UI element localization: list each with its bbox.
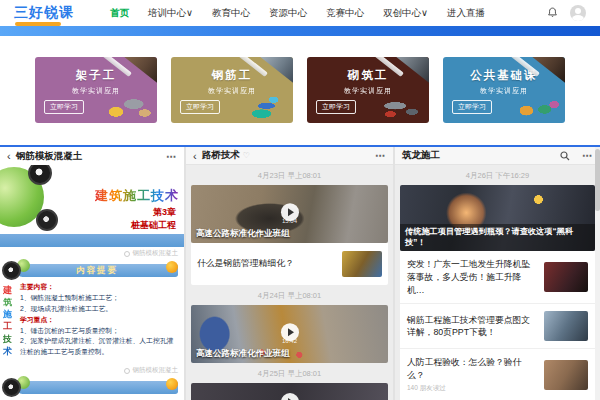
article-list: 突发！广东一工地发生升降机坠落事故，多人受伤！施工升降机… 钢筋工程施工技术管理…: [400, 251, 595, 400]
flower-orb-decoration: [36, 209, 58, 231]
card-title: 公共基础课: [443, 68, 565, 83]
nav-item-competition-center[interactable]: 竞赛中心: [326, 7, 364, 20]
avatar-body-shape: [572, 15, 584, 21]
video-caption: 高速公路标准化作业班组: [196, 348, 290, 360]
focus-item: 1、锤击沉桩的工艺与质量控制；: [20, 326, 178, 337]
more-menu-icon[interactable]: ⋯: [166, 151, 177, 162]
nav-item-training-center[interactable]: 培训中心∨: [148, 7, 193, 20]
card-artwork: [240, 95, 288, 119]
nav-item-innovation-center[interactable]: 双创中心∨: [383, 7, 428, 20]
page: 三好锐课 首页 培训中心∨ 教育中心 资源中心 竞赛中心 双创中心∨ 进入直播: [0, 0, 600, 400]
learn-now-button[interactable]: 立即学习: [180, 100, 220, 114]
site-logo-text: 三好锐课: [14, 4, 74, 20]
article-title: 钢筋工程施工技术管理要点图文详解，80页PPT下载！: [407, 314, 536, 340]
course-card-public-basics[interactable]: 公共基础课 教学实训应用 立即学习: [443, 57, 565, 123]
focus-item: 2、泥浆护壁成孔灌注桩、沉管灌注桩、人工挖孔灌注桩的施工工艺与质量控制。: [20, 336, 178, 358]
article-list-item[interactable]: 突发！广东一工地发生升降机坠落事故，多人受伤！施工升降机…: [400, 251, 595, 304]
main-content-label: 主要内容：: [20, 282, 178, 293]
feed-timestamp: 4月23日 早上08:01: [186, 171, 393, 181]
logo-swoosh-decoration: [15, 22, 61, 26]
nav-item-enter-live[interactable]: 进入直播: [447, 7, 485, 20]
back-icon[interactable]: ‹: [193, 150, 197, 162]
watermark-text: 钢筋模板混凝土: [133, 366, 179, 375]
slide-cover[interactable]: 建筑施工技术 第3章 桩基础工程: [0, 165, 184, 247]
bell-icon[interactable]: [547, 4, 558, 22]
top-icons: [547, 4, 586, 22]
slide-content-summary[interactable]: 内容提要 建筑施工技术 主要内容： 1、钢筋混凝土预制桩施工工艺； 2、现场成孔…: [0, 260, 184, 364]
article-title: 什么是钢筋管理精细化？: [197, 258, 335, 270]
flower-orb-decoration: [2, 261, 21, 280]
course-card-row: 架子工 教学实训应用 立即学习 钢筋工 教学实训应用 立即学习 砌筑工 教学实训…: [0, 36, 600, 145]
slide-bottom-bar: [0, 234, 184, 247]
left-panel-header: ‹ 钢筋模板混凝土 ⋯: [0, 147, 184, 165]
article-link-card[interactable]: 什么是钢筋管理精细化？: [191, 243, 388, 285]
watermark-row: 钢筋模板混凝土: [0, 364, 184, 377]
watermark-text: 钢筋模板混凝土: [133, 249, 179, 258]
course-card-mason[interactable]: 砌筑工 教学实训应用 立即学习: [307, 57, 429, 123]
right-panel-header: 筑龙施工 ⋯: [395, 147, 600, 165]
video-post-partial[interactable]: [191, 383, 388, 400]
account-badge-icon: ♡: [243, 151, 250, 160]
more-menu-icon[interactable]: ⋯: [582, 150, 593, 161]
slide-chapter: 第3章 桩基础工程: [131, 206, 176, 232]
main-content-item: 1、钢筋混凝土预制桩施工工艺；: [20, 293, 178, 304]
play-icon[interactable]: [281, 393, 299, 400]
feature-article[interactable]: 传统施工项目管理遇到瓶颈？请查收这项“黑科技”！: [400, 185, 595, 251]
card-artwork: [512, 95, 560, 119]
flower-orb-decoration: [28, 165, 52, 185]
feed-timestamp: 4月24日 早上08:01: [186, 291, 393, 301]
learn-now-button[interactable]: 立即学习: [316, 100, 356, 114]
slide-next-partial[interactable]: 建筑: [0, 377, 184, 400]
middle-panel-title: 路桥技术: [202, 149, 240, 162]
more-menu-icon[interactable]: ⋯: [375, 150, 386, 161]
article-thumbnail: [342, 251, 382, 277]
slide-body-text: 主要内容： 1、钢筋混凝土预制桩施工工艺； 2、现场成孔灌注桩施工工艺。 学习重…: [16, 282, 178, 358]
card-title: 砌筑工: [307, 68, 429, 83]
learn-now-button[interactable]: 立即学习: [44, 100, 84, 114]
learn-now-button[interactable]: 立即学习: [452, 100, 492, 114]
site-logo[interactable]: 三好锐课: [14, 4, 74, 22]
nav-item-resource-center[interactable]: 资源中心: [269, 7, 307, 20]
article-thumbnail: [544, 311, 588, 341]
scrollbar-track[interactable]: [595, 147, 600, 400]
focus-label: 学习重点：: [20, 315, 178, 326]
article-list-item[interactable]: 人防工程验收：怎么验？验什么？ 140 朋友读过: [400, 349, 595, 400]
feed-timestamp: 4月25日 早上08:01: [186, 369, 393, 379]
article-title: 人防工程验收：怎么验？验什么？: [407, 356, 536, 382]
search-icon[interactable]: [560, 151, 570, 161]
feature-article-title: 传统施工项目管理遇到瓶颈？请查收这项“黑科技”！: [400, 224, 595, 251]
article-thumbnail: [544, 360, 588, 390]
right-panel-title: 筑龙施工: [402, 149, 440, 162]
video-duration: 15:04: [282, 218, 297, 224]
user-avatar[interactable]: [570, 5, 586, 21]
card-title: 架子工: [35, 68, 157, 83]
back-icon[interactable]: ‹: [7, 150, 11, 162]
orange-orb-decoration: [166, 261, 178, 273]
article-thumbnail: [544, 262, 588, 292]
video-post[interactable]: 16:42 高速公路标准化作业班组: [191, 305, 388, 363]
course-card-rebar-worker[interactable]: 钢筋工 教学实训应用 立即学习: [171, 57, 293, 123]
slide-course-title: 建筑施工技术: [95, 187, 179, 205]
content-columns: ‹ 钢筋模板混凝土 ⋯ 建筑施工技术 第3章 桩基础工程 钢筋模板混凝土: [0, 145, 600, 400]
video-caption: 高速公路标准化作业班组: [196, 228, 290, 240]
panel-zhulong-construction: 筑龙施工 ⋯ 4月26日 下午16:29 传统施工项目管理遇到瓶颈？请查收这项“…: [395, 147, 600, 400]
nav-item-home[interactable]: 首页: [110, 7, 129, 20]
nav-item-education-center[interactable]: 教育中心: [212, 7, 250, 20]
video-post[interactable]: 15:04 高速公路标准化作业班组: [191, 185, 388, 243]
panel-rebar-formwork-concrete: ‹ 钢筋模板混凝土 ⋯ 建筑施工技术 第3章 桩基础工程 钢筋模板混凝土: [0, 147, 184, 400]
watermark-row: 钢筋模板混凝土: [0, 247, 184, 260]
orange-orb-decoration: [166, 378, 178, 390]
watermark-logo-icon: [124, 251, 130, 257]
card-artwork: [376, 95, 424, 119]
card-title: 钢筋工: [171, 68, 293, 83]
middle-panel-header: ‹ 路桥技术 ♡ ⋯: [186, 147, 393, 165]
scrollbar-thumb[interactable]: [595, 149, 600, 211]
course-card-scaffolder[interactable]: 架子工 教学实训应用 立即学习: [35, 57, 157, 123]
article-read-meta: 140 朋友读过: [407, 384, 536, 393]
article-list-item[interactable]: 钢筋工程施工技术管理要点图文详解，80页PPT下载！: [400, 304, 595, 349]
slide-header-bar: 内容提要: [16, 264, 178, 277]
card-artwork: [104, 95, 152, 119]
video-duration: 16:42: [282, 338, 297, 344]
top-navigation: 三好锐课 首页 培训中心∨ 教育中心 资源中心 竞赛中心 双创中心∨ 进入直播: [0, 0, 600, 26]
main-nav: 首页 培训中心∨ 教育中心 资源中心 竞赛中心 双创中心∨ 进入直播: [110, 7, 485, 20]
